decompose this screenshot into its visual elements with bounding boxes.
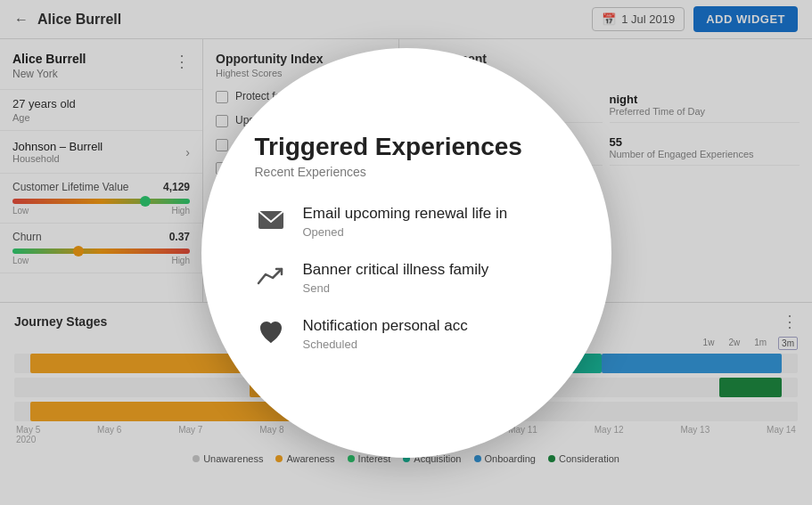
date-8: May 12	[595, 425, 624, 444]
churn-dot	[73, 246, 84, 257]
triggered-item-1-status: Opened	[303, 225, 569, 239]
profile-header: Alice Burrell New York ⋮	[12, 52, 190, 80]
email-icon	[255, 204, 287, 236]
clv-high: High	[171, 206, 190, 216]
date-1: May 52020	[16, 425, 40, 444]
triggered-item-3-content: Notification personal acc Scheduled	[303, 316, 569, 351]
time-2w[interactable]: 2w	[726, 337, 742, 350]
churn-value: 0.37	[169, 231, 190, 243]
churn-high: High	[171, 256, 190, 265]
eng-engaged: 55 Number of Engaged Experiences	[610, 130, 800, 166]
legend-dot-interest	[348, 455, 355, 462]
age-value: 27 years old	[12, 97, 190, 110]
triggered-item-2[interactable]: Banner critical illness family Send	[255, 260, 569, 295]
legend-dot-consideration	[548, 455, 555, 462]
page-root: ← Alice Burrell 📅 1 Jul 2019 ADD WIDGET …	[0, 0, 812, 505]
page-title: Alice Burrell	[37, 12, 121, 28]
trending-icon	[255, 260, 287, 292]
clv-label: Customer Lifetime Value	[12, 181, 129, 193]
calendar-icon: 📅	[602, 12, 616, 26]
triggered-item-2-content: Banner critical illness family Send	[303, 260, 569, 295]
legend-label-onboarding: Onboarding	[485, 453, 537, 464]
modal-title: Triggered Experiences	[255, 133, 522, 161]
triggered-item-3-status: Scheduled	[303, 338, 569, 351]
triggered-item-1[interactable]: Email upcoming renewal life in Opened	[255, 204, 569, 239]
time-3m[interactable]: 3m	[778, 337, 798, 350]
triggered-item-1-title: Email upcoming renewal life in	[303, 204, 569, 224]
header-left: ← Alice Burrell	[14, 12, 121, 28]
date-9: May 13	[680, 425, 709, 444]
header: ← Alice Burrell 📅 1 Jul 2019 ADD WIDGET	[0, 0, 812, 39]
triggered-item-3-title: Notification personal acc	[303, 316, 569, 336]
eng-engaged-label: Number of Engaged Experiences	[610, 149, 800, 159]
legend-dot-awareness	[275, 455, 283, 462]
time-1m[interactable]: 1m	[751, 337, 769, 350]
eng-engaged-value: 55	[610, 135, 800, 149]
date-button[interactable]: 📅 1 Jul 2019	[592, 7, 685, 31]
back-button[interactable]: ←	[14, 12, 29, 28]
clv-metric: Customer Lifetime Value 4,129 Low High	[0, 174, 202, 224]
churn-header: Churn 0.37	[12, 231, 190, 243]
time-1w[interactable]: 1w	[701, 337, 718, 350]
churn-range: Low High	[12, 256, 190, 265]
clv-header: Customer Lifetime Value 4,129	[12, 181, 190, 193]
profile-name: Alice Burrell	[12, 52, 86, 66]
legend-label-awareness: Awareness	[286, 453, 334, 464]
triggered-item-2-title: Banner critical illness family	[303, 260, 569, 280]
legend-onboarding: Onboarding	[474, 453, 537, 464]
legend-consideration: Consideration	[548, 453, 619, 464]
triggered-item-3[interactable]: Notification personal acc Scheduled	[255, 316, 569, 351]
age-label: Age	[12, 112, 190, 123]
gantt-seg-1-onboarding	[602, 354, 782, 373]
household-value: Johnson – Burrell	[12, 140, 103, 153]
clv-low: Low	[12, 206, 29, 216]
legend-label-consideration: Consideration	[559, 453, 619, 464]
opp-checkbox-2[interactable]	[216, 115, 228, 127]
journey-title: Journey Stages	[14, 314, 107, 329]
legend-dot-onboarding	[474, 455, 481, 462]
modal-subtitle: Recent Experiences	[255, 165, 366, 179]
household-row[interactable]: Johnson – Burrell Household ›	[0, 131, 202, 174]
profile-more-icon[interactable]: ⋮	[174, 52, 190, 71]
heart-icon	[255, 316, 287, 348]
churn-label: Churn	[12, 231, 42, 243]
journey-more-icon[interactable]: ⋮	[782, 312, 798, 331]
clv-value: 4,129	[163, 181, 190, 193]
eng-time-value: night	[610, 93, 800, 106]
triggered-item-2-status: Send	[303, 281, 569, 295]
header-right: 📅 1 Jul 2019 ADD WIDGET	[592, 6, 798, 32]
churn-bar	[12, 248, 190, 254]
opp-checkbox-3[interactable]	[216, 139, 228, 151]
household-label: Household	[12, 153, 103, 164]
profile-info: Alice Burrell New York	[12, 52, 86, 80]
clv-range: Low High	[12, 206, 190, 216]
opp-checkbox-1[interactable]	[216, 91, 228, 103]
profile-location: New York	[12, 68, 86, 80]
date-label: 1 Jul 2019	[621, 12, 675, 26]
eng-preferred-time: night Preferred Time of Day	[610, 87, 800, 123]
profile-card: Alice Burrell New York ⋮	[0, 39, 202, 90]
legend-label-unawareness: Unawareness	[203, 453, 263, 464]
legend-unawareness: Unawareness	[193, 453, 263, 464]
date-3: May 7	[178, 425, 202, 444]
add-widget-button[interactable]: ADD WIDGET	[693, 6, 798, 32]
legend-awareness: Awareness	[275, 453, 334, 464]
age-row: 27 years old Age	[0, 90, 202, 131]
triggered-experiences-modal: Triggered Experiences Recent Experiences…	[201, 48, 611, 458]
household-info: Johnson – Burrell Household	[12, 140, 103, 164]
date-2: May 6	[97, 425, 121, 444]
chevron-right-icon: ›	[185, 145, 190, 159]
left-panel: Alice Burrell New York ⋮ 27 years old Ag…	[0, 39, 203, 302]
legend-dot-unawareness	[193, 455, 200, 462]
triggered-item-1-content: Email upcoming renewal life in Opened	[303, 204, 569, 239]
gantt-seg-2-consideration	[719, 378, 782, 397]
eng-time-label: Preferred Time of Day	[610, 106, 800, 117]
churn-low: Low	[12, 256, 29, 265]
date-4: May 8	[259, 425, 283, 444]
date-10: May 14	[767, 425, 796, 444]
clv-bar	[12, 199, 190, 204]
churn-metric: Churn 0.37 Low High	[0, 224, 202, 273]
